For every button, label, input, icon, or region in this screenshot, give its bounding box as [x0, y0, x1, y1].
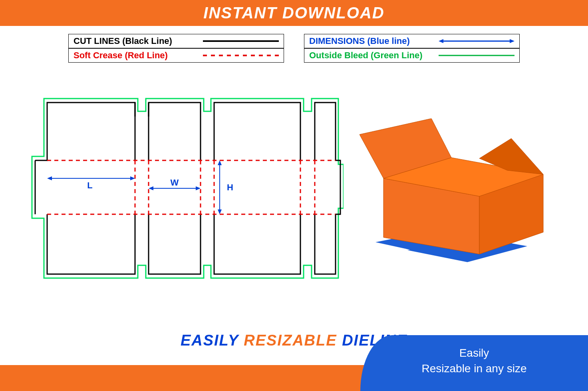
legend-bleed: Outside Bleed (Green Line)	[304, 48, 520, 63]
footer-badge: Easily Resizable in any size	[360, 335, 588, 391]
header-title: INSTANT DOWNLOAD	[203, 4, 384, 22]
svg-marker-23	[218, 160, 222, 165]
legend-sample-arrow-blue	[439, 37, 514, 45]
svg-marker-17	[47, 176, 52, 180]
dim-H: H	[227, 182, 233, 192]
svg-marker-21	[196, 186, 201, 190]
header-banner: INSTANT DOWNLOAD	[0, 0, 588, 26]
legend-soft-crease: Soft Crease (Red Line)	[68, 48, 284, 63]
legend-label: CUT LINES (Black Line)	[74, 36, 203, 46]
legend-right: DIMENSIONS (Blue line) Outside Bleed (Gr…	[304, 34, 520, 63]
tagline-word-2: RESIZABLE	[244, 332, 337, 349]
badge-line1: Easily	[360, 345, 588, 361]
svg-marker-18	[130, 176, 135, 180]
dim-L: L	[87, 180, 92, 190]
legend-sample-solid-black	[203, 37, 279, 45]
svg-marker-4	[510, 39, 514, 43]
badge-line2: Resizable in any size	[360, 361, 588, 376]
svg-marker-20	[149, 186, 153, 190]
legend-sample-dashed-red	[203, 51, 279, 59]
main-area: L W H	[0, 71, 588, 282]
dieline-diagram: L W H	[24, 95, 344, 282]
legend-label: DIMENSIONS (Blue line)	[309, 36, 439, 46]
legend-dimensions: DIMENSIONS (Blue line)	[304, 34, 520, 48]
legend-label: Soft Crease (Red Line)	[74, 50, 203, 61]
svg-marker-24	[218, 209, 222, 214]
legend: CUT LINES (Black Line) Soft Crease (Red …	[0, 26, 588, 71]
legend-cut-lines: CUT LINES (Black Line)	[68, 34, 284, 48]
footer: EASILY RESIZABLE DIELINE Easily Resizabl…	[0, 320, 588, 391]
svg-marker-3	[439, 39, 443, 43]
tagline-word-1: EASILY	[181, 332, 239, 349]
box-mockup	[360, 118, 551, 270]
legend-left: CUT LINES (Black Line) Soft Crease (Red …	[68, 34, 284, 63]
legend-label: Outside Bleed (Green Line)	[309, 50, 439, 61]
legend-sample-solid-green	[439, 51, 514, 59]
dim-W: W	[171, 178, 179, 188]
